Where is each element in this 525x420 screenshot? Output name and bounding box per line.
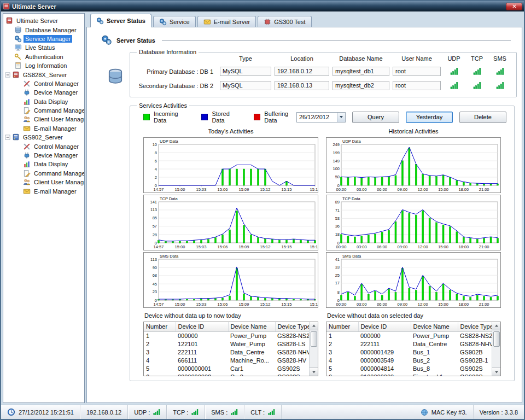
services-toolbar: Incoming DataStored DataBuffering Data 2…	[136, 109, 509, 127]
sidebar-item-log-information[interactable]: Log Information	[3, 61, 84, 70]
svg-text:14:57: 14:57	[154, 302, 164, 307]
db-type-field[interactable]: MySQL	[220, 67, 271, 76]
table-column-header-device-type[interactable]: Device Type	[458, 322, 492, 331]
table-row[interactable]: 30000001429Bus_1GS902B	[326, 348, 492, 356]
table-cell: 6	[144, 372, 176, 376]
table-row[interactable]: 60100000000Fire_truck1GS902S	[326, 372, 492, 376]
table-column-header-number[interactable]: Number	[144, 322, 176, 331]
svg-text:141: 141	[150, 200, 157, 205]
table-cell: 6	[326, 372, 358, 376]
table-column-header-device-id[interactable]: Device ID	[358, 322, 411, 331]
status-ip: 192.168.0.12	[80, 405, 128, 419]
table-column-header-number[interactable]: Number	[326, 322, 358, 331]
svg-text:15:06: 15:06	[218, 244, 228, 249]
sidebar-item-live-status[interactable]: Live Status	[3, 43, 84, 52]
vertical-scrollbar[interactable]	[492, 322, 500, 376]
sidebar-item-device-manager[interactable]: Device Manager	[3, 151, 84, 160]
tree-expander-icon[interactable]	[5, 72, 11, 78]
db-db-name-field[interactable]: mysqltest_db2	[332, 81, 389, 90]
db-location-field[interactable]: 192.168.0.13	[275, 81, 329, 90]
tab-service[interactable]: Service	[153, 16, 196, 27]
legend-swatch	[254, 114, 260, 120]
sidebar-item-client-user-manager[interactable]: Client User Manager	[3, 178, 84, 186]
svg-text:15:15: 15:15	[282, 302, 292, 307]
table-row[interactable]: 2222111Data_CentreGS828-NHV	[326, 340, 492, 348]
database-icon	[14, 26, 22, 34]
svg-text:UDP Data: UDP Data	[342, 139, 361, 144]
db-user-name-field[interactable]: root	[393, 81, 441, 90]
tab-server-status[interactable]: Server Status	[90, 14, 151, 27]
sidebar-item-device-manager[interactable]: Device Manager	[3, 88, 84, 97]
db-location-field[interactable]: 192.168.0.12	[275, 67, 329, 76]
device-table-historical: NumberDevice IDDevice NameDevice Type100…	[326, 322, 501, 376]
scroll-up-icon[interactable]	[492, 322, 500, 330]
sidebar-item-data-display[interactable]: Data Display	[3, 97, 84, 106]
table-cell: 0000004814	[358, 364, 411, 372]
db-db-name-field[interactable]: mysqltest_db1	[332, 67, 389, 76]
svg-text:33: 33	[335, 265, 340, 270]
table-row[interactable]: 60000000002Car2GS902S	[144, 372, 309, 376]
tab-e-mail-server[interactable]: E-mail Server	[197, 16, 256, 27]
sidebar-item-e-mail-manager[interactable]: E-mail Manager	[3, 124, 84, 133]
table-column-header-device-name[interactable]: Device Name	[228, 322, 275, 331]
scroll-down-icon[interactable]	[310, 368, 318, 376]
sidebar-item-control-manager[interactable]: Control Manager	[3, 79, 84, 88]
scroll-down-icon[interactable]	[492, 368, 500, 376]
svg-text:15:19: 15:19	[310, 302, 318, 307]
query-button[interactable]: Query	[352, 112, 399, 123]
db-type-field[interactable]: MySQL	[220, 81, 271, 90]
scrollbar-thumb[interactable]	[311, 331, 317, 347]
tab-gs300-test[interactable]: GS300 Test	[258, 16, 311, 27]
table-row[interactable]: 50000000001Car1GS902S	[144, 364, 309, 372]
table-column-header-device-type[interactable]: Device Type	[275, 322, 309, 331]
sidebar-item-command-manager[interactable]: Command Manager	[3, 106, 84, 115]
table-column-header-device-name[interactable]: Device Name	[411, 322, 458, 331]
table-row[interactable]: 4666111Machine_Ro...GS828-HV	[144, 356, 309, 364]
server-red-icon	[12, 71, 20, 79]
signal-icon	[153, 409, 160, 416]
table-row[interactable]: 2122101Water_PumpGS828-LS	[144, 340, 309, 348]
sidebar-item-gs902-server[interactable]: GS902_Server	[3, 133, 84, 142]
scroll-up-icon[interactable]	[310, 322, 318, 330]
sidebar-item-service-manager[interactable]: Service Manager	[3, 34, 84, 43]
close-button[interactable]	[506, 3, 522, 10]
yesterday-button[interactable]: Yesterday	[406, 112, 453, 123]
title-bar[interactable]: Ultimate Server	[1, 1, 524, 11]
sidebar-item-control-manager[interactable]: Control Manager	[3, 142, 84, 150]
sidebar-item-command-manager[interactable]: Command Manager	[3, 169, 84, 178]
table-row[interactable]: 50000004814Bus_8GS902S	[326, 364, 492, 372]
db-column-header-sms: SMS	[490, 55, 510, 62]
svg-text:18: 18	[335, 232, 340, 237]
tab-label: Service	[170, 19, 190, 25]
sidebar-item-ultimate-server[interactable]: Ultimate Server	[3, 16, 84, 25]
vertical-scrollbar[interactable]	[309, 322, 318, 376]
sidebar-item-gs828x-server[interactable]: GS828X_Server	[3, 70, 84, 79]
table-row[interactable]: 3222111Data_CentreGS828-NHV	[144, 348, 309, 356]
table-column-header-device-id[interactable]: Device ID	[176, 322, 228, 331]
table-cell: Car2	[228, 372, 275, 376]
date-picker[interactable]: 26/12/2012	[296, 112, 346, 122]
sidebar-item-e-mail-manager[interactable]: E-mail Manager	[3, 186, 84, 195]
calendar-dropdown-icon[interactable]	[337, 113, 345, 122]
db-tcp-signal-icon	[467, 81, 487, 90]
sidebar-item-authentication[interactable]: Authentication	[3, 52, 84, 61]
table-row[interactable]: 40000003549Bus_2GS902B-1	[326, 356, 492, 364]
svg-text:15:09: 15:09	[239, 187, 249, 192]
sidebar-item-database-manager[interactable]: Database Manager	[3, 25, 84, 34]
delete-button[interactable]: Delete	[459, 112, 506, 123]
db-user-name-field[interactable]: root	[393, 67, 441, 76]
chart-icon	[23, 98, 31, 106]
table-row[interactable]: 1000000Power_PumpGS828-NS2	[326, 331, 492, 340]
table-row[interactable]: 1000000Power_PumpGS828-NS2	[144, 331, 309, 340]
log-icon	[14, 62, 22, 69]
table-cell: 2	[144, 340, 176, 348]
sidebar-item-data-display[interactable]: Data Display	[3, 160, 84, 168]
tree-expander-icon[interactable]	[5, 135, 11, 140]
svg-text:06:00: 06:00	[377, 187, 387, 192]
scrollbar-thumb[interactable]	[493, 331, 500, 347]
table-cell: 0000000002	[176, 372, 228, 376]
svg-text:15:00: 15:00	[438, 302, 448, 307]
sidebar-item-client-user-manager[interactable]: Client User Manager	[3, 115, 84, 124]
status-ip-text: 192.168.0.12	[86, 409, 121, 416]
svg-text:113: 113	[150, 207, 157, 212]
